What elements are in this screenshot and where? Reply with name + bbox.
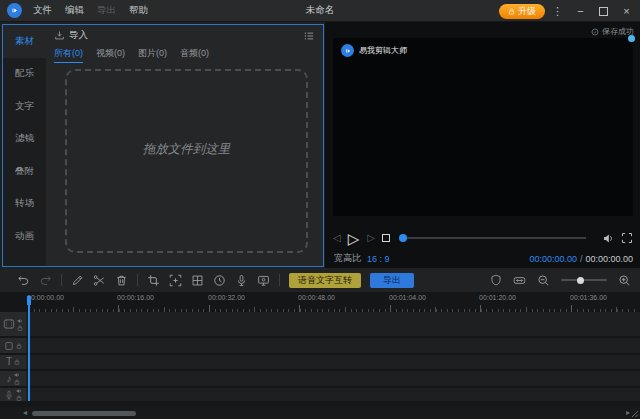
track-area: T ♪ xyxy=(0,312,640,403)
split-scissors-icon[interactable] xyxy=(93,274,106,287)
import-label: 导入 xyxy=(69,29,88,42)
voiceover-track-lane[interactable] xyxy=(26,388,640,401)
volume-icon[interactable] xyxy=(602,232,615,245)
timeline-zoom-slider[interactable] xyxy=(561,279,607,281)
media-tabs: 所有(0) 视频(0) 图片(0) 音频(0) xyxy=(46,44,323,63)
close-button[interactable]: × xyxy=(616,3,637,19)
lock-icon xyxy=(508,8,515,15)
edit-pencil-icon[interactable] xyxy=(71,274,84,287)
video-viewport: 易我剪辑大师 xyxy=(333,38,633,216)
timeline-ruler[interactable]: 00:00:00.00 00:00:16.00 00:00:32.00 00:0… xyxy=(0,292,640,312)
timeline-scrollbar[interactable]: ◂ ▸ xyxy=(0,407,640,419)
ruler-label: 00:01:04.00 xyxy=(389,294,426,301)
timecode-current: 00:00:00.00 xyxy=(529,254,577,264)
overlay-track-lane[interactable] xyxy=(26,338,640,353)
minimize-button[interactable]: − xyxy=(570,3,591,19)
text-track-header: T xyxy=(0,355,26,369)
preview-panel: 保存成功 易我剪辑大师 ◁ ▷ ▷ 宽高比 16 : 9 00:00:00.00… xyxy=(325,22,640,268)
music-note-icon: ♪ xyxy=(7,374,12,384)
undo-icon[interactable] xyxy=(17,274,30,287)
tab-videos[interactable]: 视频(0) xyxy=(96,47,125,63)
tab-audio[interactable]: 音频(0) xyxy=(180,47,209,63)
video-track-lane[interactable] xyxy=(26,312,640,336)
crop-icon[interactable] xyxy=(147,274,160,287)
app-logo-icon xyxy=(7,3,22,18)
overlay-track-header xyxy=(0,338,26,353)
mute-track-icon[interactable] xyxy=(16,388,22,394)
zoom-out-icon[interactable] xyxy=(537,274,550,287)
sidebar-item-filters[interactable]: 滤镜 xyxy=(3,123,46,156)
zoom-frame-icon[interactable] xyxy=(169,274,182,287)
playhead[interactable] xyxy=(26,296,31,401)
mosaic-icon[interactable] xyxy=(191,274,204,287)
sidebar-item-text[interactable]: 文字 xyxy=(3,90,46,123)
menu-export[interactable]: 导出 xyxy=(97,4,116,17)
sidebar-item-overlays[interactable]: 叠附 xyxy=(3,155,46,188)
fit-timeline-icon[interactable] xyxy=(513,274,526,287)
record-screen-icon[interactable] xyxy=(257,274,270,287)
text-track-lane[interactable] xyxy=(26,355,640,369)
ruler-label: 00:00:00.00 xyxy=(27,294,64,301)
toolbar-separator xyxy=(137,274,138,286)
ruler-major-tick xyxy=(118,305,119,312)
ruler-label: 00:00:16.00 xyxy=(117,294,154,301)
timeline-zoom-handle[interactable] xyxy=(577,277,584,284)
skip-forward-button[interactable]: ▷ xyxy=(367,233,375,243)
sidebar-item-media[interactable]: 素材 xyxy=(3,25,46,58)
scroll-left-arrow[interactable]: ◂ xyxy=(23,409,27,417)
skip-back-button[interactable]: ◁ xyxy=(333,233,341,243)
seek-handle[interactable] xyxy=(399,234,407,242)
zoom-in-icon[interactable] xyxy=(618,274,631,287)
lock-track-icon[interactable] xyxy=(14,379,20,385)
speech-text-convert-button[interactable]: 语音文字互转 xyxy=(289,273,361,288)
sidebar-item-animations[interactable]: 动画 xyxy=(3,220,46,253)
mute-track-icon[interactable] xyxy=(14,372,20,378)
lock-track-icon[interactable] xyxy=(16,395,22,401)
menu-help[interactable]: 帮助 xyxy=(129,4,148,17)
seek-slider[interactable] xyxy=(399,237,586,239)
sidebar-item-music[interactable]: 配乐 xyxy=(3,58,46,91)
fullscreen-icon[interactable] xyxy=(621,232,633,244)
mute-track-icon[interactable] xyxy=(17,318,23,324)
resize-grip-icon[interactable] xyxy=(631,410,639,418)
import-icon xyxy=(54,30,65,41)
menu-file[interactable]: 文件 xyxy=(33,4,52,17)
lock-track-icon[interactable] xyxy=(14,359,20,365)
ruler-major-tick xyxy=(571,305,572,312)
dropzone-text: 拖放文件到这里 xyxy=(143,141,231,158)
scrollbar-thumb[interactable] xyxy=(32,411,136,416)
list-view-icon[interactable] xyxy=(303,30,315,42)
upgrade-button[interactable]: 升级 xyxy=(499,4,545,19)
more-options-button[interactable]: ⋮ xyxy=(547,3,568,19)
import-button[interactable]: 导入 xyxy=(54,29,88,42)
redo-icon[interactable] xyxy=(39,274,52,287)
overlay-square-icon xyxy=(4,341,14,351)
play-button[interactable]: ▷ xyxy=(348,231,360,246)
ruler-major-tick xyxy=(299,305,300,312)
tab-all[interactable]: 所有(0) xyxy=(54,47,83,63)
watermark-logo-icon xyxy=(341,44,354,57)
lock-track-icon[interactable] xyxy=(17,325,23,331)
stop-button[interactable] xyxy=(382,234,390,242)
menu-edit[interactable]: 编辑 xyxy=(65,4,84,17)
ruler-major-tick xyxy=(209,305,210,312)
preview-info-row: 宽高比 16 : 9 00:00:00.00/00:00:00.00 xyxy=(334,252,633,265)
ruler-major-tick xyxy=(480,305,481,312)
duration-clock-icon[interactable] xyxy=(213,274,226,287)
lock-track-icon[interactable] xyxy=(16,343,22,349)
music-track-lane[interactable] xyxy=(26,371,640,386)
scroll-right-arrow[interactable]: ▸ xyxy=(626,409,630,417)
voiceover-track-row xyxy=(0,388,640,401)
snap-shield-icon[interactable] xyxy=(490,274,502,286)
tab-images[interactable]: 图片(0) xyxy=(138,47,167,63)
export-button[interactable]: 导出 xyxy=(370,273,414,288)
voiceover-mic-track-icon xyxy=(4,390,14,400)
file-dropzone[interactable]: 拖放文件到这里 xyxy=(65,69,308,253)
blue-indicator-dot xyxy=(628,35,635,42)
playhead-line xyxy=(28,296,30,401)
maximize-button[interactable] xyxy=(593,3,614,19)
delete-trash-icon[interactable] xyxy=(115,274,128,287)
ruler-major-tick xyxy=(390,305,391,312)
sidebar-item-transitions[interactable]: 转场 xyxy=(3,188,46,221)
voiceover-mic-icon[interactable] xyxy=(235,274,248,287)
